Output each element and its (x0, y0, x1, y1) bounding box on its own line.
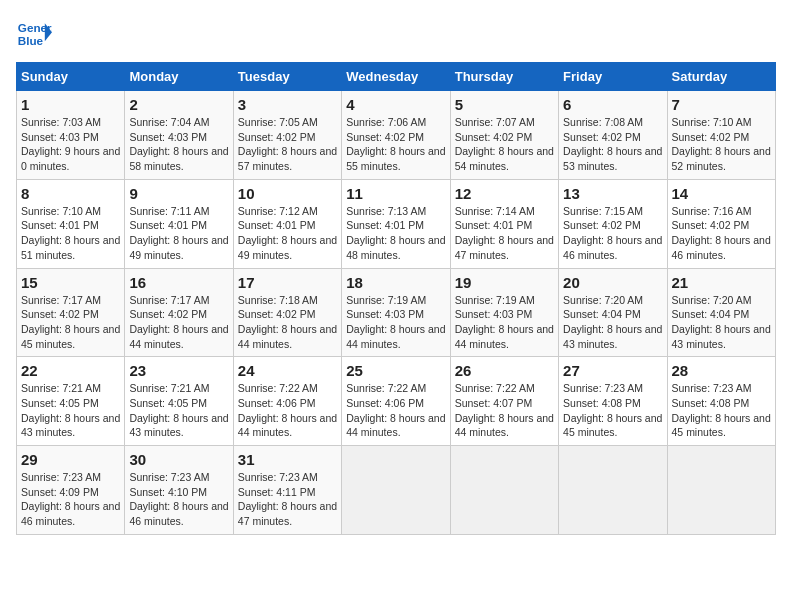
calendar-cell: 4 Sunrise: 7:06 AMSunset: 4:02 PMDayligh… (342, 91, 450, 180)
day-number: 20 (563, 274, 662, 291)
day-detail: Sunrise: 7:08 AMSunset: 4:02 PMDaylight:… (563, 116, 662, 172)
day-number: 22 (21, 362, 120, 379)
day-number: 11 (346, 185, 445, 202)
calendar-cell: 16 Sunrise: 7:17 AMSunset: 4:02 PMDaylig… (125, 268, 233, 357)
day-number: 19 (455, 274, 554, 291)
day-number: 17 (238, 274, 337, 291)
weekday-header-saturday: Saturday (667, 63, 775, 91)
day-detail: Sunrise: 7:16 AMSunset: 4:02 PMDaylight:… (672, 205, 771, 261)
day-number: 13 (563, 185, 662, 202)
day-detail: Sunrise: 7:05 AMSunset: 4:02 PMDaylight:… (238, 116, 337, 172)
day-number: 23 (129, 362, 228, 379)
day-detail: Sunrise: 7:20 AMSunset: 4:04 PMDaylight:… (672, 294, 771, 350)
weekday-header-thursday: Thursday (450, 63, 558, 91)
calendar-cell: 25 Sunrise: 7:22 AMSunset: 4:06 PMDaylig… (342, 357, 450, 446)
day-detail: Sunrise: 7:19 AMSunset: 4:03 PMDaylight:… (346, 294, 445, 350)
calendar-cell: 11 Sunrise: 7:13 AMSunset: 4:01 PMDaylig… (342, 179, 450, 268)
calendar-cell: 3 Sunrise: 7:05 AMSunset: 4:02 PMDayligh… (233, 91, 341, 180)
day-detail: Sunrise: 7:23 AMSunset: 4:09 PMDaylight:… (21, 471, 120, 527)
day-number: 4 (346, 96, 445, 113)
page-header: General Blue (16, 16, 776, 52)
day-detail: Sunrise: 7:07 AMSunset: 4:02 PMDaylight:… (455, 116, 554, 172)
day-detail: Sunrise: 7:04 AMSunset: 4:03 PMDaylight:… (129, 116, 228, 172)
day-number: 6 (563, 96, 662, 113)
day-detail: Sunrise: 7:22 AMSunset: 4:06 PMDaylight:… (238, 382, 337, 438)
calendar-cell: 8 Sunrise: 7:10 AMSunset: 4:01 PMDayligh… (17, 179, 125, 268)
day-number: 31 (238, 451, 337, 468)
calendar-cell: 17 Sunrise: 7:18 AMSunset: 4:02 PMDaylig… (233, 268, 341, 357)
calendar-week-row: 22 Sunrise: 7:21 AMSunset: 4:05 PMDaylig… (17, 357, 776, 446)
logo-icon: General Blue (16, 16, 52, 52)
day-detail: Sunrise: 7:17 AMSunset: 4:02 PMDaylight:… (129, 294, 228, 350)
day-detail: Sunrise: 7:12 AMSunset: 4:01 PMDaylight:… (238, 205, 337, 261)
weekday-header-row: SundayMondayTuesdayWednesdayThursdayFrid… (17, 63, 776, 91)
day-detail: Sunrise: 7:10 AMSunset: 4:02 PMDaylight:… (672, 116, 771, 172)
day-number: 8 (21, 185, 120, 202)
calendar-cell (342, 446, 450, 535)
day-detail: Sunrise: 7:03 AMSunset: 4:03 PMDaylight:… (21, 116, 120, 172)
calendar-cell: 7 Sunrise: 7:10 AMSunset: 4:02 PMDayligh… (667, 91, 775, 180)
calendar-cell: 22 Sunrise: 7:21 AMSunset: 4:05 PMDaylig… (17, 357, 125, 446)
calendar-week-row: 8 Sunrise: 7:10 AMSunset: 4:01 PMDayligh… (17, 179, 776, 268)
calendar-cell: 28 Sunrise: 7:23 AMSunset: 4:08 PMDaylig… (667, 357, 775, 446)
calendar-cell: 23 Sunrise: 7:21 AMSunset: 4:05 PMDaylig… (125, 357, 233, 446)
calendar-cell (450, 446, 558, 535)
calendar-cell (667, 446, 775, 535)
calendar-cell: 26 Sunrise: 7:22 AMSunset: 4:07 PMDaylig… (450, 357, 558, 446)
calendar-cell: 14 Sunrise: 7:16 AMSunset: 4:02 PMDaylig… (667, 179, 775, 268)
day-detail: Sunrise: 7:22 AMSunset: 4:06 PMDaylight:… (346, 382, 445, 438)
calendar-cell: 13 Sunrise: 7:15 AMSunset: 4:02 PMDaylig… (559, 179, 667, 268)
day-detail: Sunrise: 7:22 AMSunset: 4:07 PMDaylight:… (455, 382, 554, 438)
calendar-week-row: 29 Sunrise: 7:23 AMSunset: 4:09 PMDaylig… (17, 446, 776, 535)
svg-text:Blue: Blue (18, 34, 44, 47)
day-number: 10 (238, 185, 337, 202)
day-detail: Sunrise: 7:23 AMSunset: 4:10 PMDaylight:… (129, 471, 228, 527)
day-detail: Sunrise: 7:13 AMSunset: 4:01 PMDaylight:… (346, 205, 445, 261)
calendar-cell: 2 Sunrise: 7:04 AMSunset: 4:03 PMDayligh… (125, 91, 233, 180)
day-detail: Sunrise: 7:14 AMSunset: 4:01 PMDaylight:… (455, 205, 554, 261)
calendar-cell: 18 Sunrise: 7:19 AMSunset: 4:03 PMDaylig… (342, 268, 450, 357)
day-number: 16 (129, 274, 228, 291)
day-number: 12 (455, 185, 554, 202)
weekday-header-friday: Friday (559, 63, 667, 91)
day-number: 26 (455, 362, 554, 379)
day-detail: Sunrise: 7:18 AMSunset: 4:02 PMDaylight:… (238, 294, 337, 350)
calendar-cell: 5 Sunrise: 7:07 AMSunset: 4:02 PMDayligh… (450, 91, 558, 180)
calendar-cell: 1 Sunrise: 7:03 AMSunset: 4:03 PMDayligh… (17, 91, 125, 180)
day-detail: Sunrise: 7:17 AMSunset: 4:02 PMDaylight:… (21, 294, 120, 350)
day-detail: Sunrise: 7:23 AMSunset: 4:08 PMDaylight:… (563, 382, 662, 438)
day-detail: Sunrise: 7:20 AMSunset: 4:04 PMDaylight:… (563, 294, 662, 350)
day-detail: Sunrise: 7:19 AMSunset: 4:03 PMDaylight:… (455, 294, 554, 350)
weekday-header-tuesday: Tuesday (233, 63, 341, 91)
day-detail: Sunrise: 7:06 AMSunset: 4:02 PMDaylight:… (346, 116, 445, 172)
day-number: 25 (346, 362, 445, 379)
day-number: 5 (455, 96, 554, 113)
day-number: 7 (672, 96, 771, 113)
day-number: 24 (238, 362, 337, 379)
weekday-header-sunday: Sunday (17, 63, 125, 91)
day-detail: Sunrise: 7:10 AMSunset: 4:01 PMDaylight:… (21, 205, 120, 261)
calendar-cell: 19 Sunrise: 7:19 AMSunset: 4:03 PMDaylig… (450, 268, 558, 357)
day-detail: Sunrise: 7:21 AMSunset: 4:05 PMDaylight:… (129, 382, 228, 438)
calendar-cell: 6 Sunrise: 7:08 AMSunset: 4:02 PMDayligh… (559, 91, 667, 180)
calendar-week-row: 1 Sunrise: 7:03 AMSunset: 4:03 PMDayligh… (17, 91, 776, 180)
day-number: 3 (238, 96, 337, 113)
logo: General Blue (16, 16, 52, 52)
calendar-table: SundayMondayTuesdayWednesdayThursdayFrid… (16, 62, 776, 535)
calendar-cell: 31 Sunrise: 7:23 AMSunset: 4:11 PMDaylig… (233, 446, 341, 535)
calendar-cell: 12 Sunrise: 7:14 AMSunset: 4:01 PMDaylig… (450, 179, 558, 268)
calendar-cell: 27 Sunrise: 7:23 AMSunset: 4:08 PMDaylig… (559, 357, 667, 446)
calendar-week-row: 15 Sunrise: 7:17 AMSunset: 4:02 PMDaylig… (17, 268, 776, 357)
day-number: 18 (346, 274, 445, 291)
day-detail: Sunrise: 7:23 AMSunset: 4:08 PMDaylight:… (672, 382, 771, 438)
day-detail: Sunrise: 7:11 AMSunset: 4:01 PMDaylight:… (129, 205, 228, 261)
day-detail: Sunrise: 7:15 AMSunset: 4:02 PMDaylight:… (563, 205, 662, 261)
day-number: 14 (672, 185, 771, 202)
day-detail: Sunrise: 7:23 AMSunset: 4:11 PMDaylight:… (238, 471, 337, 527)
day-number: 2 (129, 96, 228, 113)
day-number: 27 (563, 362, 662, 379)
calendar-cell (559, 446, 667, 535)
calendar-cell: 15 Sunrise: 7:17 AMSunset: 4:02 PMDaylig… (17, 268, 125, 357)
calendar-cell: 20 Sunrise: 7:20 AMSunset: 4:04 PMDaylig… (559, 268, 667, 357)
calendar-cell: 9 Sunrise: 7:11 AMSunset: 4:01 PMDayligh… (125, 179, 233, 268)
